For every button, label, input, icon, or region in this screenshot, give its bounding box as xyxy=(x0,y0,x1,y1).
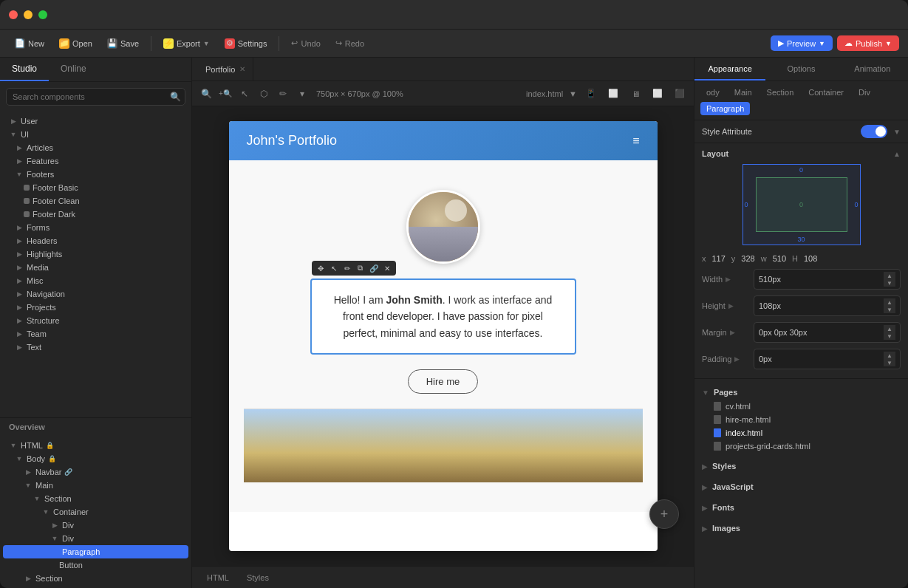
tablet-icon[interactable]: ⬜ xyxy=(605,86,621,102)
canvas-tab-portfolio[interactable]: Portfolio ✕ xyxy=(198,58,253,81)
undo-button[interactable]: ↩ Undo xyxy=(285,35,326,51)
padding-down[interactable]: ▼ xyxy=(884,359,895,366)
tab-online[interactable]: Online xyxy=(49,58,98,81)
overview-main[interactable]: ▼ Main xyxy=(0,479,191,492)
preview-button[interactable]: ▶ Preview ▼ xyxy=(771,35,833,51)
canvas-scroll[interactable]: John's Portfolio ≡ xyxy=(192,106,694,566)
tree-item-headers[interactable]: ▶ Headers xyxy=(0,234,191,247)
save-button[interactable]: 💾 Save xyxy=(101,35,145,52)
el-tab-body[interactable]: ody xyxy=(700,86,726,99)
tab-appearance[interactable]: Appearance xyxy=(694,58,765,81)
fullscreen-icon[interactable]: ⬛ xyxy=(672,86,688,102)
fullscreen-btn[interactable] xyxy=(38,10,47,19)
overview-section-2[interactable]: ▶ Section xyxy=(0,572,191,585)
page-cv[interactable]: cv.html xyxy=(714,400,901,413)
padding-up[interactable]: ▲ xyxy=(884,352,895,359)
close-btn[interactable] xyxy=(9,10,18,19)
fonts-header[interactable]: ▶ Fonts xyxy=(702,500,901,515)
tree-item-footer-basic[interactable]: Footer Basic xyxy=(0,181,191,194)
page-hire-me[interactable]: hire-me.html xyxy=(714,413,901,426)
shape-tool[interactable]: ⬡ xyxy=(256,86,272,102)
wide-icon[interactable]: ⬜ xyxy=(649,86,666,102)
publish-button[interactable]: ☁ Publish ▼ xyxy=(837,35,899,51)
styles-header[interactable]: ▶ Styles xyxy=(702,459,901,474)
width-expand-icon[interactable]: ▶ xyxy=(726,276,731,283)
tree-item-highlights[interactable]: ▶ Highlights xyxy=(0,247,191,261)
padding-expand-icon[interactable]: ▶ xyxy=(734,355,740,363)
settings-button[interactable]: ⚙ Settings xyxy=(219,35,273,52)
tab-options[interactable]: Options xyxy=(765,58,836,81)
styles-tab[interactable]: Styles xyxy=(238,567,278,588)
margin-expand-icon[interactable]: ▶ xyxy=(730,329,735,336)
margin-down[interactable]: ▼ xyxy=(884,332,895,340)
zoom-out-button[interactable]: 🔍 xyxy=(198,86,214,102)
tree-item-articles[interactable]: ▶ Articles xyxy=(0,141,191,154)
tree-item-footers[interactable]: ▼ Footers xyxy=(0,168,191,181)
tree-item-navigation[interactable]: ▶ Navigation xyxy=(0,287,191,301)
hamburger-icon[interactable]: ≡ xyxy=(632,134,639,148)
height-up[interactable]: ▲ xyxy=(884,298,895,306)
el-tab-paragraph[interactable]: Paragraph xyxy=(700,102,750,115)
tree-item-projects[interactable]: ▶ Projects xyxy=(0,301,191,314)
width-input[interactable]: 510px ▲ ▼ xyxy=(754,269,901,290)
link-icon-2[interactable]: 🔗 xyxy=(368,262,380,274)
height-expand-icon[interactable]: ▶ xyxy=(728,302,734,310)
height-input[interactable]: 108px ▲ ▼ xyxy=(754,295,901,316)
overview-button[interactable]: Button xyxy=(0,558,191,572)
add-element-button[interactable]: + xyxy=(649,499,679,529)
overview-navbar[interactable]: ▶ Navbar 🔗 xyxy=(0,465,191,479)
cursor-tool[interactable]: ↖ xyxy=(236,86,253,102)
margin-up[interactable]: ▲ xyxy=(884,325,895,332)
images-header[interactable]: ▶ Images xyxy=(702,521,901,536)
style-attr-chevron-icon[interactable]: ▼ xyxy=(893,128,901,136)
margin-input[interactable]: 0px 0px 30px ▲ ▼ xyxy=(754,322,901,343)
padding-input[interactable]: 0px ▲ ▼ xyxy=(754,349,901,369)
width-up[interactable]: ▲ xyxy=(884,272,895,279)
style-attribute-toggle[interactable] xyxy=(861,125,887,138)
tree-item-user[interactable]: ▶ User xyxy=(0,114,191,128)
pages-header[interactable]: ▼ Pages xyxy=(702,385,901,400)
overview-section[interactable]: ▼ Section xyxy=(0,492,191,505)
el-tab-section[interactable]: Section xyxy=(761,86,800,99)
zoom-in-button[interactable]: +🔍 xyxy=(217,86,233,102)
redo-button[interactable]: ↪ Redo xyxy=(330,35,370,51)
phone-icon[interactable]: 📱 xyxy=(583,86,599,102)
pen-tool[interactable]: ✏ xyxy=(275,86,291,102)
width-down[interactable]: ▼ xyxy=(884,279,895,287)
delete-icon[interactable]: ✕ xyxy=(381,262,393,274)
text-block[interactable]: ✥ ↖ ✏ ⧉ 🔗 ✕ Hello! I am John Smith. I wo… xyxy=(310,278,576,355)
overview-paragraph[interactable]: Paragraph xyxy=(3,545,188,558)
tree-item-footer-dark[interactable]: Footer Dark xyxy=(0,208,191,221)
overview-html[interactable]: ▼ HTML 🔒 xyxy=(0,439,191,452)
minimize-btn[interactable] xyxy=(24,10,33,19)
arrow-down-tool[interactable]: ▾ xyxy=(294,86,310,102)
desktop-icon[interactable]: 🖥 xyxy=(627,86,644,102)
tree-item-team[interactable]: ▶ Team xyxy=(0,327,191,341)
tab-studio[interactable]: Studio xyxy=(0,58,49,81)
new-button[interactable]: 📄 New xyxy=(9,35,50,52)
tab-close-icon[interactable]: ✕ xyxy=(239,65,245,73)
js-header[interactable]: ▶ JavaScript xyxy=(702,479,901,494)
layout-collapse-icon[interactable]: ▲ xyxy=(893,150,901,158)
tree-item-features[interactable]: ▶ Features xyxy=(0,154,191,168)
open-button[interactable]: 📁 Open xyxy=(53,35,98,52)
export-button[interactable]: ⚡ Export ▼ xyxy=(157,35,216,52)
move-icon[interactable]: ✥ xyxy=(315,262,327,274)
edit-icon[interactable]: ✏ xyxy=(341,262,353,274)
tree-item-text[interactable]: ▶ Text xyxy=(0,341,191,354)
cursor-icon[interactable]: ↖ xyxy=(328,262,340,274)
tree-item-media[interactable]: ▶ Media xyxy=(0,261,191,274)
tree-item-ui[interactable]: ▼ UI xyxy=(0,128,191,141)
overview-body[interactable]: ▼ Body 🔒 xyxy=(0,452,191,465)
html-tab[interactable]: HTML xyxy=(198,567,238,588)
copy-icon[interactable]: ⧉ xyxy=(355,262,366,274)
el-tab-div[interactable]: Div xyxy=(853,86,876,99)
el-tab-container[interactable]: Container xyxy=(802,86,850,99)
overview-div-1[interactable]: ▶ Div xyxy=(0,519,191,532)
tree-item-misc[interactable]: ▶ Misc xyxy=(0,274,191,287)
search-input[interactable] xyxy=(6,88,185,106)
el-tab-main[interactable]: Main xyxy=(728,86,758,99)
tab-animation[interactable]: Animation xyxy=(837,58,908,81)
page-projects[interactable]: projects-grid-cards.html xyxy=(714,440,901,453)
hire-me-button[interactable]: Hire me xyxy=(408,369,479,394)
